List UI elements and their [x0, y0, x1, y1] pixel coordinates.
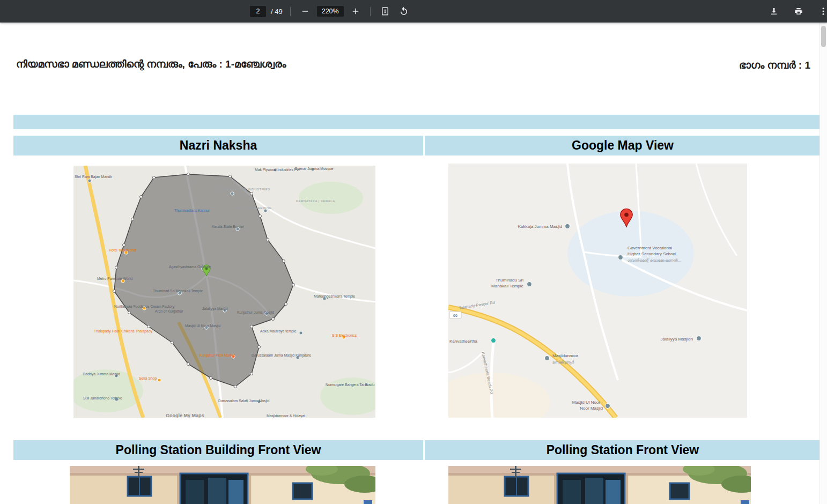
- google-map-view-header: Google Map View: [425, 136, 821, 155]
- map-label: Kukkaja Jumma Masjid: [518, 224, 562, 229]
- map-label: മസ്ജിദുന്നൂർ: [552, 360, 574, 365]
- map-label: Shri Ram Bajan Mandir: [75, 175, 113, 179]
- print-icon: [794, 6, 803, 16]
- plus-icon: [351, 6, 360, 16]
- road-badge-66: 66: [449, 312, 461, 318]
- page-count-label: / 49: [271, 8, 283, 16]
- map-label: Masjid Ul Noor Masjid: [185, 324, 220, 328]
- more-options-button[interactable]: [816, 4, 827, 18]
- nazri-naksha-map: Mak Plywood Industries Pvt Ovenar Jumma …: [73, 166, 375, 418]
- map-label: Higher Secondary School: [627, 251, 676, 256]
- download-icon: [769, 6, 779, 16]
- map-label: Arch of Kunjathur: [155, 309, 183, 314]
- zoom-level-label: 220%: [317, 6, 344, 17]
- building-photo: [448, 466, 751, 504]
- toolbar-separator: [290, 7, 291, 16]
- map-label: PRECHA WOOD INDUSTRIES: [219, 188, 270, 191]
- scrollbar-thumb[interactable]: [821, 26, 826, 47]
- map-label: Jalaliyya Masjidh: [661, 337, 693, 342]
- map-label: Mahalingeshwara Temple: [314, 294, 355, 299]
- page-number-input[interactable]: [250, 6, 266, 17]
- map-label: H.N.L. ENGINEERING: [234, 206, 272, 210]
- more-vertical-icon: [818, 6, 827, 16]
- nazri-naksha-map-image: Mak Plywood Industries Pvt Ovenar Jumma …: [73, 166, 375, 418]
- toolbar-right-controls: [767, 0, 827, 23]
- pdf-viewer-window: / 49 220%: [0, 0, 827, 504]
- map-label: Darussalam Salafi Juma Masjid: [218, 399, 269, 403]
- map-label: Metro Furniture World: [97, 277, 132, 280]
- map-label: Mahakali Temple: [491, 284, 523, 288]
- map-label: Northshore Foods Ice Cream Factory: [114, 305, 175, 309]
- google-my-maps-watermark: Google My Maps: [166, 413, 204, 418]
- constituency-header: നിയമസഭാ മണ്ഡലത്തിന്റെ നമ്പരും, പേരും : 1…: [16, 58, 286, 70]
- minus-icon: [300, 6, 310, 16]
- map-label: Ovenar Jumma Mosque: [294, 167, 334, 171]
- map-label: Nurmugare Bangera Taravadu: [326, 383, 375, 387]
- map-label: Masjid Ul Noor -: [572, 400, 603, 405]
- map-label: Noor Masjid: [580, 406, 603, 411]
- map-label: S S Electronics: [332, 333, 357, 337]
- google-map: 66 Kukkaja Jumma Masjid Government Vocat…: [448, 164, 747, 418]
- map-label: Thumivadians Kannur: [174, 209, 210, 212]
- polling-station-building-front-header: Polling Station Building Front View: [13, 440, 423, 460]
- map-label: Seka Shop: [139, 376, 157, 381]
- polling-station-front-photo: [448, 466, 751, 504]
- map-label: Kunjathur Juma masjid: [237, 310, 274, 315]
- map-label: KARNATAKA | KERALA: [296, 199, 335, 203]
- map-label: Badriya Jumma Masjid: [83, 372, 120, 376]
- part-number-header: ഭാഗം നമ്പർ : 1: [739, 60, 810, 71]
- fit-to-page-button[interactable]: [378, 4, 392, 18]
- map-label: Kerala State Border: [212, 225, 244, 228]
- pdf-toolbar: / 49 220%: [0, 0, 827, 23]
- map-label: Thalapady Halal Chikens Thalapady: [94, 329, 153, 333]
- map-label: Masjidunnoor: [552, 353, 578, 358]
- map-label: Kunjathur Fish Market: [200, 353, 235, 358]
- print-button[interactable]: [792, 4, 806, 18]
- map-label: Government Vocational: [627, 246, 672, 250]
- toolbar-separator: [370, 7, 371, 16]
- map-label: Suli Janardhono Temple: [83, 396, 122, 401]
- pdf-page: നിയമസഭാ മണ്ഡലത്തിന്റെ നമ്പരും, പേരും : 1…: [0, 23, 820, 504]
- map-label: Thuminad Sri Mahakali Temple: [153, 289, 203, 293]
- rotate-button[interactable]: [397, 4, 411, 18]
- map-label: Jalaliyya Masjid: [202, 307, 228, 311]
- building-photo: [70, 466, 375, 504]
- table-top-band: [13, 115, 821, 129]
- map-label: Agasthyashrama Gokhale: [169, 265, 211, 269]
- polling-station-front-header: Polling Station Front View: [425, 440, 821, 460]
- download-button[interactable]: [767, 4, 781, 18]
- map-label: Kanvatheertha: [449, 339, 478, 344]
- map-label: Hotel Talatakand: [109, 248, 136, 252]
- google-map-image: 66 Kukkaja Jumma Masjid Government Vocat…: [448, 164, 747, 418]
- polling-station-building-photo: [70, 466, 375, 504]
- toolbar-center-controls: / 49 220%: [250, 0, 411, 23]
- map-label: Mak Plywood Industries Pvt: [255, 168, 300, 172]
- rotate-counterclockwise-icon: [399, 6, 409, 16]
- nazri-naksha-header: Nazri Naksha: [13, 136, 423, 155]
- map-label: Masjidunnoor & Hidayat: [267, 414, 305, 418]
- map-label: Darussalaam Juma Masjid Kunjature: [252, 353, 311, 358]
- vertical-scrollbar[interactable]: [819, 23, 827, 504]
- route-66-label: 66: [453, 314, 457, 317]
- zoom-out-button[interactable]: [298, 4, 312, 18]
- zoom-in-button[interactable]: [349, 4, 363, 18]
- map-label: Thuminadu Sri: [496, 278, 523, 283]
- map-label: Adka Malaraya temple: [260, 329, 297, 333]
- fit-to-page-icon: [380, 6, 390, 16]
